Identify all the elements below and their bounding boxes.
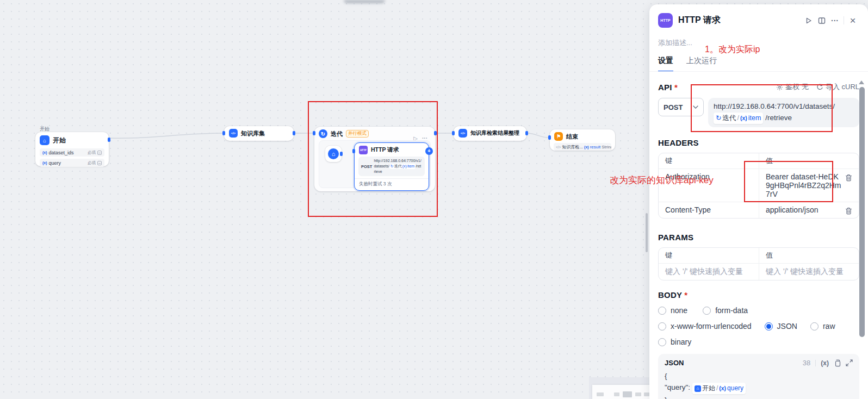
param-value-input[interactable]: 键入 '/' 键快速插入变量 [759, 264, 859, 280]
variable-icon: (x) [42, 161, 47, 165]
radio-label: form-data [715, 306, 748, 315]
offscreen-toolbar-shadow [344, 0, 385, 3]
body-option-x-www-form-urlencoded[interactable]: x-www-form-urlencoded [658, 322, 752, 331]
auth-label: 鉴权 [785, 82, 799, 92]
iteration-node-title: 迭代 [331, 130, 343, 138]
output-type: String [602, 145, 611, 149]
insert-variable-icon[interactable]: (x) [821, 359, 829, 367]
radio-icon[interactable] [658, 307, 666, 315]
gear-icon [776, 84, 783, 91]
variable-icon: (x) [402, 164, 407, 169]
trash-icon[interactable] [845, 174, 852, 182]
edge-kbresult-to-end [526, 133, 549, 138]
node-config-panel: HTTP HTTP 请求 ··· × 添加描述... 设置 上次运行 API * [649, 4, 868, 399]
output-handle[interactable] [434, 131, 437, 135]
inner-http-node[interactable]: + HTTP HTTP 请求 POST http://192.168.0.64:… [354, 142, 429, 191]
http-icon: HTTP [359, 146, 368, 154]
import-curl-button[interactable]: 导入 cURL [816, 82, 859, 92]
variable-name: item [407, 164, 414, 169]
query-variable-chip[interactable]: ⌂开始/(x)query [692, 383, 746, 394]
body-option-raw[interactable]: raw [810, 322, 835, 331]
inner-http-node-title: HTTP 请求 [371, 146, 399, 154]
minimap-node [614, 392, 619, 396]
chip-node-name: 开始 [702, 383, 715, 394]
loop-icon: ↻ [390, 164, 394, 169]
radio-icon[interactable] [703, 307, 711, 315]
minimap-node [644, 392, 649, 396]
radio-icon[interactable] [658, 322, 666, 331]
input-handle[interactable] [452, 131, 455, 135]
type-icon [97, 161, 102, 165]
kb-result-node[interactable]: </> 知识库检索结果整理 [454, 126, 526, 141]
iteration-start-node[interactable]: ⌂ [325, 146, 342, 162]
minimap-viewport [592, 385, 650, 399]
import-curl-label: 导入 cURL [826, 82, 859, 92]
body-option-binary[interactable]: binary [658, 338, 691, 346]
annotation-text-apikey: 改为实际的知识库api-key [610, 174, 714, 186]
home-icon: ⌂ [40, 135, 49, 145]
minimap[interactable] [589, 377, 650, 399]
start-node-title: 开始 [53, 136, 66, 145]
variable-name: dataset_ids [49, 150, 74, 155]
header-value-input[interactable]: application/json [766, 205, 842, 215]
input-handle[interactable] [222, 131, 225, 135]
start-node[interactable]: ⌂ 开始 (x)dataset_ids 必填 (x)query 必填 [35, 132, 109, 166]
start-var-query[interactable]: (x)query 必填 [40, 159, 104, 167]
url-suffix: /retrieve [765, 114, 792, 122]
end-node[interactable]: ⚑ 结束 </> 知识库检... (x) result String [550, 129, 615, 151]
more-icon[interactable]: ··· [828, 14, 841, 27]
tab-settings[interactable]: 设置 [658, 56, 673, 72]
param-key-input[interactable]: 键入 '/' 键快速插入变量 [659, 264, 759, 280]
input-handle[interactable] [548, 135, 551, 140]
body-option-json[interactable]: JSON [765, 322, 797, 331]
scrollbar-up-arrow[interactable] [859, 80, 864, 84]
radio-icon[interactable] [810, 322, 819, 331]
json-body-editor[interactable]: JSON 38 (x) { "query": ⌂开始/(x) [658, 354, 859, 399]
variable-name: query [49, 160, 61, 166]
start-var-dataset-ids[interactable]: (x)dataset_ids 必填 [40, 148, 104, 157]
json-editor-label: JSON [665, 359, 803, 367]
divider [649, 71, 868, 72]
output-handle[interactable] [340, 152, 343, 156]
trash-icon[interactable] [845, 207, 852, 215]
json-line: } [665, 394, 853, 399]
method-value: POST [664, 103, 683, 111]
run-button[interactable] [802, 14, 815, 27]
params-table: 键 值 键入 '/' 键快速插入变量 键入 '/' 键快速插入变量 [658, 247, 859, 280]
panel-scrollbar[interactable] [859, 87, 865, 337]
output-handle[interactable] [293, 131, 295, 135]
http-method: POST [361, 164, 372, 169]
auth-setting[interactable]: 鉴权 无 [776, 82, 809, 92]
edge-start-to-kbset [109, 133, 223, 138]
iteration-item-chip[interactable]: ↻迭代/(x)item [714, 113, 763, 124]
split-view-icon[interactable] [815, 14, 828, 27]
input-handle[interactable] [313, 131, 315, 135]
copy-icon[interactable] [834, 359, 841, 367]
auth-value: 无 [802, 82, 809, 92]
headers-section-title: HEADERS [658, 138, 859, 147]
kb-set-node[interactable]: </> 知识库集 [224, 126, 294, 141]
canvas-scrollbar[interactable] [646, 213, 648, 252]
kb-result-node-title: 知识库检索结果整理 [470, 129, 519, 137]
body-option-none[interactable]: none [658, 306, 687, 315]
output-handle[interactable] [525, 131, 528, 135]
radio-label: binary [671, 338, 691, 346]
header-key-input[interactable]: Content-Type [659, 202, 759, 218]
output-handle[interactable] [108, 138, 110, 142]
annotation-text-ip: 1。改为实际ip [705, 44, 760, 55]
radio-icon[interactable] [765, 322, 773, 331]
flag-icon: ⚑ [554, 132, 563, 141]
value-column-header: 值 [759, 248, 859, 263]
radio-icon[interactable] [658, 338, 666, 346]
url-input[interactable]: http://192.168.0.64:7700/v1/datasets/↻迭代… [708, 98, 859, 127]
body-option-form-data[interactable]: form-data [703, 306, 748, 315]
input-handle[interactable] [352, 149, 355, 153]
loop-icon: ↻ [716, 113, 721, 124]
table-row: 键入 '/' 键快速插入变量 键入 '/' 键快速插入变量 [659, 263, 859, 280]
plus-icon[interactable]: + [425, 147, 433, 155]
expand-icon[interactable] [846, 359, 853, 366]
header-value-input[interactable]: Bearer dataset-HeDK9gHBqPnl4rBZ2q2Hm7rV [766, 172, 842, 198]
method-select[interactable]: POST [658, 98, 704, 116]
tab-last-run[interactable]: 上次运行 [686, 56, 717, 72]
close-icon[interactable]: × [846, 14, 859, 27]
